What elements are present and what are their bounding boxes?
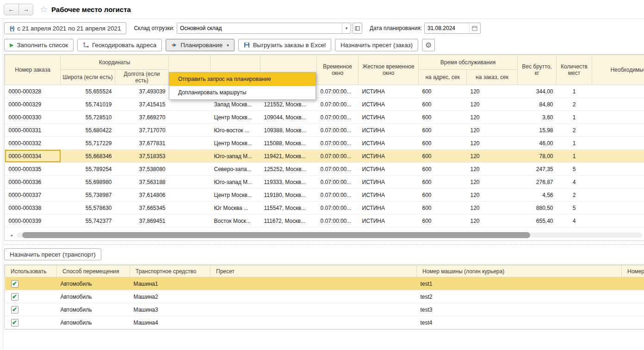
hard-window-cell: ИСТИНА <box>359 163 419 176</box>
col-login[interactable]: Номер машины (логин курьера) <box>417 265 622 277</box>
order-row[interactable]: 0000-000328 55,655524 37,493039 Юго-запа… <box>5 85 644 98</box>
district-cell: Центр Москв... <box>211 137 260 150</box>
vehicle-cell: Машина4 <box>130 316 211 329</box>
lon-cell: 37,493039 <box>115 85 169 98</box>
col-method[interactable]: Способ перемещения <box>57 265 130 277</box>
props-cell <box>592 98 644 111</box>
props-cell <box>592 202 644 215</box>
planning-menu-item[interactable]: Отправить запрос на планирование <box>169 73 316 86</box>
lon-cell: 37,614806 <box>115 189 169 202</box>
forward-icon: → <box>23 6 29 13</box>
col-service-addr[interactable]: на адрес, сек <box>419 70 467 85</box>
window-header: ← → ☆ Рабочее место логиста <box>0 0 644 18</box>
order-number-cell: 0000-000334 <box>5 150 61 163</box>
fill-list-button[interactable]: ▶ Заполнить список <box>4 39 74 51</box>
settings-button[interactable]: ⚙ <box>422 39 435 51</box>
calendar-button[interactable] <box>469 23 480 33</box>
zone-cell <box>169 124 211 137</box>
col-time-window[interactable]: Временное окно <box>317 55 359 85</box>
warehouse-open-button[interactable] <box>353 23 362 34</box>
lat-cell: 55,698980 <box>61 176 115 189</box>
planning-date-input[interactable] <box>425 23 469 33</box>
time-window-cell: 0.07:00:00... <box>317 202 359 215</box>
planning-arrow-icon <box>171 42 177 48</box>
warehouse-input[interactable] <box>177 23 342 33</box>
col-preset[interactable]: Пресет <box>211 265 417 277</box>
order-row[interactable]: 0000-000339 55,742377 37,869451 Восток М… <box>5 215 644 227</box>
lat-cell: 55,668346 <box>61 150 115 163</box>
time-window-cell: 0.07:00:00... <box>317 176 359 189</box>
planning-date-field <box>424 23 481 34</box>
hard-window-cell: ИСТИНА <box>359 150 419 163</box>
warehouse-dropdown-button[interactable]: ▾ <box>342 23 351 33</box>
order-row[interactable]: 0000-000335 55,789254 37,538080 Северо-з… <box>5 163 644 176</box>
order-row[interactable]: 0000-000337 55,738987 37,614806 Центр Мо… <box>5 189 644 202</box>
lon-cell: 37,717070 <box>115 124 169 137</box>
zone-cell <box>169 202 211 215</box>
col-coordinates-group[interactable]: Координаты <box>61 55 169 70</box>
geocode-button[interactable]: Геокодировать адреса <box>77 39 162 51</box>
places-cell: 5 <box>557 163 592 176</box>
order-row[interactable]: 0000-000336 55,698980 37,563188 Юго-запа… <box>5 176 644 189</box>
use-checkbox[interactable]: ✔ <box>11 280 19 288</box>
period-button[interactable]: (•) с 21 апреля 2021 по 21 апреля 2021 <box>4 22 126 34</box>
number-cell <box>622 316 644 329</box>
order-row[interactable]: 0000-000331 55,680422 37,717070 Юго-вост… <box>5 124 644 137</box>
planning-menu-item[interactable]: Допланировать маршруты <box>169 86 316 99</box>
district-cell: Центр Москв... <box>211 189 260 202</box>
col-weight[interactable]: Вес брутто, кг <box>518 55 557 85</box>
scrollbar-thumb[interactable] <box>22 232 530 238</box>
assign-preset-transport-button[interactable]: Назначить пресет (транспорт) <box>4 248 101 260</box>
favorite-star-icon[interactable]: ☆ <box>40 4 48 15</box>
login-cell: test2 <box>417 290 622 303</box>
orders-table-container: Номер заказа Координаты Временное окно Ж… <box>4 54 644 241</box>
places-cell: 4 <box>557 215 592 227</box>
zone-cell <box>169 150 211 163</box>
service-order-cell: 120 <box>467 176 518 189</box>
weight-cell: 84,80 <box>518 98 557 111</box>
back-button[interactable]: ← <box>4 4 19 15</box>
order-row[interactable]: 0000-000329 55,741019 37,415415 Запад Мо… <box>5 98 644 111</box>
use-checkbox[interactable]: ✔ <box>11 306 19 313</box>
planning-menu-button[interactable]: Планирование ▾ <box>166 39 235 51</box>
time-window-cell: 0.07:00:00... <box>317 150 359 163</box>
col-service-order[interactable]: на заказ, сек <box>467 70 518 85</box>
lon-cell: 37,563188 <box>115 176 169 189</box>
use-checkbox[interactable]: ✔ <box>11 293 19 301</box>
method-cell: Автомобиль <box>57 303 130 316</box>
col-lat[interactable]: Широта (если есть) <box>61 70 115 85</box>
section-splitter[interactable] <box>4 244 644 245</box>
order-row[interactable]: 0000-000332 55,717229 37,677831 Центр Мо… <box>5 137 644 150</box>
order-row[interactable]: 0000-000330 55,728510 37,669270 Центр Мо… <box>5 111 644 124</box>
preset-cell <box>211 316 417 329</box>
save-floppy-icon <box>244 42 250 48</box>
col-number[interactable]: Номер <box>622 265 644 277</box>
col-places[interactable]: Количеств мест <box>557 55 592 85</box>
transport-row[interactable]: ✔ Автомобиль Машина2 test2 <box>5 290 644 303</box>
col-service-group[interactable]: Время обслуживания <box>419 55 518 70</box>
transport-row[interactable]: ✔ Автомобиль Машина1 test1 <box>5 277 644 290</box>
col-vehicle[interactable]: Транспортное средство <box>130 265 211 277</box>
transport-table-container: Использовать Способ перемещения Транспор… <box>4 264 644 330</box>
weight-cell: 15,98 <box>518 124 557 137</box>
col-lon[interactable]: Долгота (если есть) <box>115 70 169 85</box>
weight-cell: 247,35 <box>518 163 557 176</box>
col-props[interactable]: Необходимые сво <box>592 55 644 85</box>
use-checkbox[interactable]: ✔ <box>11 319 19 326</box>
col-order-number[interactable]: Номер заказа <box>5 55 61 85</box>
scroll-left-button[interactable]: ◂ <box>10 232 16 238</box>
transport-row[interactable]: ✔ Автомобиль Машина3 test3 <box>5 303 644 316</box>
forward-button[interactable]: → <box>19 4 33 15</box>
weight-cell: 276,87 <box>518 176 557 189</box>
lon-cell: 37,538080 <box>115 163 169 176</box>
assign-preset-order-button[interactable]: Назначить пресет (заказ) <box>335 39 418 51</box>
export-excel-button[interactable]: Выгрузить заказы в Excel <box>238 39 331 51</box>
service-addr-cell: 600 <box>419 85 467 98</box>
order-row[interactable]: 0000-000338 55,578630 37,665345 Юг Москв… <box>5 202 644 215</box>
col-use[interactable]: Использовать <box>5 265 57 277</box>
transport-row[interactable]: ✔ Автомобиль Машина4 test4 <box>5 316 644 329</box>
warehouse-label: Склад отгрузки: <box>134 25 174 31</box>
col-hard-window[interactable]: Жесткое временное окно <box>359 55 419 85</box>
order-row[interactable]: 0000-000334 55,668346 37,518353 Юго-запа… <box>5 150 644 163</box>
weight-cell: 655,40 <box>518 215 557 227</box>
